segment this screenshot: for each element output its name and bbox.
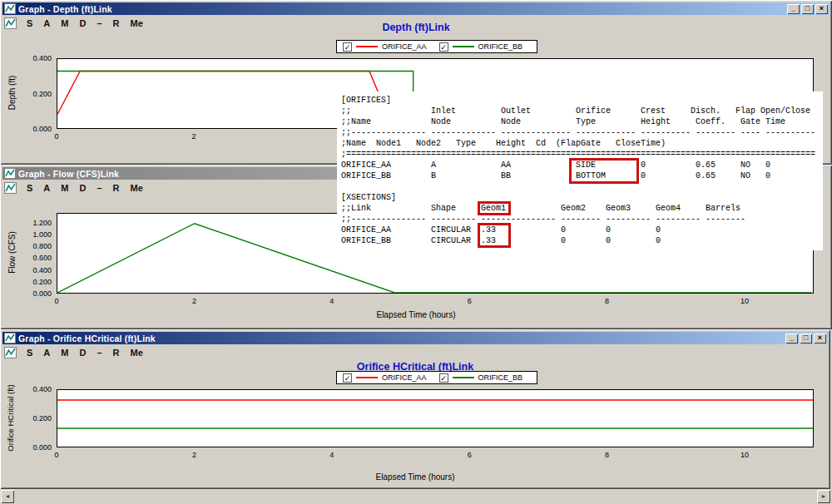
scroll-right-button[interactable]: ► (817, 490, 830, 503)
close-button[interactable]: × (815, 4, 828, 14)
list-item-label: 1.000 (32, 230, 52, 239)
legend-checkbox-orifice-aa[interactable]: ✓ (343, 42, 352, 52)
list-item-label: 0.800 (32, 242, 52, 250)
y-axis-label-flow: Flow (CFS) (7, 212, 17, 293)
list-item-label: D (79, 348, 86, 358)
list-item-label: 8 (593, 297, 622, 305)
y-axis-label-hcritical: Orifice HCritical (ft) (6, 368, 15, 468)
list-item-label: 0.600 (32, 254, 52, 262)
list-item-label: 0.200 (32, 414, 52, 422)
list-item-label: 6 (455, 297, 483, 305)
graph-window-icon (4, 168, 16, 179)
list-item-label: R (113, 348, 120, 358)
x-axis-label-flow: Elapsed Time (hours) (0, 310, 832, 319)
list-item-label: 6 (455, 451, 483, 459)
list-item-label: 1.200 (32, 219, 52, 227)
list-item-label: Me (131, 348, 143, 358)
graph-toolbar-icon[interactable] (4, 347, 17, 358)
legend-checkbox-orifice-bb[interactable]: ✓ (439, 373, 448, 383)
legend-checkbox-orifice-bb[interactable]: ✓ (439, 42, 448, 52)
list-item-label: M (61, 348, 68, 358)
legend-line-sample-red (356, 377, 378, 378)
list-item-label: A (43, 348, 50, 358)
minimize-button[interactable]: _ (787, 4, 800, 14)
window-controls: _ □ × (787, 4, 828, 14)
chart-title-depth: Depth (ft)Link (0, 22, 832, 33)
legend-label-orifice-aa: ORIFICE_AA (382, 373, 427, 382)
hcritical-y-tick-labels: 0.4000.2000.000 (17, 385, 52, 452)
depth-x-tick-labels: 02 (42, 132, 208, 141)
legend-label-orifice-aa: ORIFICE_AA (382, 42, 427, 51)
list-item-label: 0.400 (32, 54, 52, 62)
graph-toolbar: SAMD–RMe (4, 346, 154, 359)
graph-toolbar-icon[interactable] (4, 182, 17, 194)
legend-line-sample-green (453, 377, 474, 378)
list-item-label: S (27, 348, 32, 358)
minimize-button[interactable]: _ (785, 334, 798, 343)
mdi-workspace: Graph - Depth (ft)Link _ □ × SAMD–RMe De… (0, 0, 832, 504)
legend-label-orifice-bb: ORIFICE_BB (478, 42, 523, 51)
list-item-label: 2 (180, 132, 208, 141)
legend-label-orifice-bb: ORIFICE_BB (478, 373, 523, 382)
list-item-label: 0 (42, 297, 71, 305)
list-item-label: A (43, 183, 50, 193)
scroll-left-button[interactable]: ◄ (1, 490, 14, 503)
hcritical-plot-area (57, 389, 814, 447)
flow-y-tick-labels: 1.2001.0000.8000.6000.4000.2000.000 (17, 219, 52, 298)
list-item-label: R (113, 183, 120, 193)
list-item-label: S (27, 183, 32, 193)
hcritical-x-tick-labels: 0246810 (42, 451, 759, 459)
titlebar-depth[interactable]: Graph - Depth (ft)Link _ □ × (2, 2, 830, 15)
titlebar-hcritical[interactable]: Graph - Orifice HCritical (ft)Link _ □ × (2, 332, 828, 344)
maximize-button[interactable]: □ (801, 4, 814, 14)
list-item-label: 0.400 (32, 385, 52, 393)
list-item-label: – (97, 183, 102, 193)
list-item-label: 2 (180, 297, 208, 305)
list-item-label: 2 (180, 451, 208, 459)
depth-y-tick-labels: 0.4000.2000.000 (17, 54, 52, 133)
menu-bar[interactable]: SAMD–RMe (27, 183, 154, 193)
flow-x-tick-labels: 0246810 (42, 297, 759, 305)
y-axis-label-depth: Depth (ft) (7, 56, 17, 131)
list-item-label: 0 (42, 132, 71, 141)
highlight-geom1-header (478, 201, 511, 215)
legend-checkbox-orifice-aa[interactable]: ✓ (343, 373, 352, 383)
window-graph-hcritical: Graph - Orifice HCritical (ft)Link _ □ ×… (0, 329, 830, 489)
legend-hcritical: ✓ ORIFICE_AA ✓ ORIFICE_BB (336, 371, 537, 384)
list-item-label: – (97, 348, 102, 358)
list-item-label: 0.400 (32, 266, 52, 274)
window-title: Graph - Orifice HCritical (ft)Link (18, 334, 156, 343)
close-button[interactable]: × (814, 334, 826, 343)
highlight-orifice-type-values (569, 158, 639, 184)
graph-toolbar: SAMD–RMe (4, 181, 154, 195)
list-item-label: 10 (730, 451, 759, 459)
list-item-label: M (61, 183, 68, 193)
window-controls: _ □ × (785, 334, 826, 343)
menu-bar[interactable]: SAMD–RMe (27, 348, 154, 358)
list-item-label: 0 (42, 451, 71, 459)
list-item-label: 10 (730, 297, 759, 305)
legend-depth: ✓ ORIFICE_AA ✓ ORIFICE_BB (336, 40, 537, 53)
horizontal-scrollbar[interactable]: ◄ ► (0, 489, 832, 504)
list-item-label: 8 (593, 451, 622, 459)
graph-window-icon (4, 333, 16, 343)
window-title: Graph - Depth (ft)Link (18, 4, 112, 14)
legend-line-sample-green (453, 46, 474, 47)
inp-text-overlay: [ORIFICES] ;; Inlet Outlet Orifice Crest… (337, 91, 823, 250)
highlight-geom1-values (478, 223, 511, 248)
list-item-label: Me (131, 183, 143, 193)
x-axis-label-hcritical: Elapsed Time (hours) (0, 472, 830, 482)
window-title: Graph - Flow (CFS)Link (18, 169, 119, 179)
list-item-label: 4 (318, 451, 346, 459)
legend-line-sample-red (356, 46, 378, 47)
graph-window-icon (4, 3, 16, 14)
list-item-label: D (79, 183, 86, 193)
list-item-label: 0.200 (32, 90, 52, 98)
list-item-label: 0.200 (32, 278, 52, 286)
maximize-button[interactable]: □ (800, 334, 812, 343)
list-item-label: 4 (318, 297, 346, 305)
